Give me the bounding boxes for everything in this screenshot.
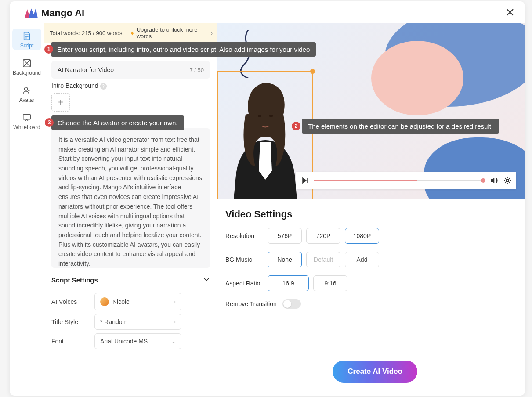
- remove-transition-label: Remove Transition: [225, 300, 282, 307]
- sidebar-item-background[interactable]: Background: [12, 56, 41, 77]
- word-count: Total words: 215 / 900 words: [50, 30, 131, 36]
- resolution-option[interactable]: 1080P: [345, 228, 379, 244]
- help-icon[interactable]: ?: [100, 83, 107, 90]
- logo: Mango AI: [25, 7, 84, 19]
- aspect-option[interactable]: 9:16: [313, 275, 347, 291]
- ai-voice-dropdown[interactable]: Nicole ›: [94, 293, 181, 310]
- ai-voices-row: AI Voices Nicole ›: [51, 293, 210, 310]
- remove-transition-toggle[interactable]: [282, 299, 301, 309]
- background-icon: [22, 58, 32, 69]
- resolution-row: Resolution 576P 720P 1080P: [225, 228, 517, 244]
- sidebar: Script Background Avatar Whiteboard: [10, 23, 44, 393]
- font-dropdown[interactable]: Arial Unicode MS ⌄: [94, 333, 181, 349]
- callout-3: Change the AI avatar or create your own.: [51, 115, 184, 130]
- playback-bar: [296, 172, 516, 189]
- aspect-label: Aspect Ratio: [225, 280, 268, 287]
- sidebar-item-script[interactable]: Script: [12, 29, 41, 50]
- bg-shape: [371, 41, 463, 115]
- intro-counter: 7 / 50: [189, 67, 204, 73]
- sidebar-item-whiteboard[interactable]: Whiteboard: [12, 110, 41, 132]
- svg-point-6: [506, 179, 509, 182]
- left-panel: Total words: 215 / 900 words ♦ Upgrade t…: [44, 23, 217, 393]
- intro-input[interactable]: AI Narrator for Video 7 / 50: [51, 61, 210, 79]
- body: Script Background Avatar Whiteboard Tota…: [10, 23, 525, 393]
- upgrade-text: Upgrade to unlock more words: [137, 26, 212, 40]
- remove-transition-row: Remove Transition: [225, 299, 517, 309]
- bg-music-option[interactable]: Add: [345, 252, 379, 267]
- chevron-down-icon: ⌄: [171, 338, 176, 344]
- video-settings: Video Settings Resolution 576P 720P 1080…: [217, 199, 525, 326]
- chevron-right-icon: ›: [211, 30, 213, 36]
- voice-avatar-icon: [100, 297, 109, 306]
- bg-shape: [424, 137, 525, 199]
- volume-button[interactable]: [490, 176, 499, 185]
- font-row: Font Arial Unicode MS ⌄: [51, 333, 210, 349]
- intro-bg-label: Intro Background?: [51, 82, 210, 90]
- app-modal: Mango AI Script Background Avatar Whiteb…: [10, 1, 525, 396]
- skip-button[interactable]: [300, 176, 310, 185]
- font-label: Font: [51, 338, 87, 345]
- resolution-option[interactable]: 576P: [268, 228, 302, 244]
- callout-badge-3: 3: [45, 118, 54, 127]
- upgrade-banner[interactable]: Total words: 215 / 900 words ♦ Upgrade t…: [44, 23, 217, 43]
- svg-rect-2: [23, 115, 31, 119]
- crown-icon: ♦: [131, 29, 134, 36]
- sidebar-item-label: Background: [13, 70, 41, 76]
- resize-handle[interactable]: [310, 69, 315, 74]
- ai-voices-label: AI Voices: [51, 298, 87, 305]
- settings-button[interactable]: [503, 176, 512, 185]
- toggle-knob: [283, 300, 291, 308]
- chevron-down-icon: [203, 276, 210, 284]
- callout-badge-2: 2: [292, 122, 300, 130]
- video-settings-title: Video Settings: [225, 209, 517, 220]
- aspect-row: Aspect Ratio 16:9 9:16: [225, 275, 517, 291]
- bg-music-option[interactable]: Default: [306, 252, 340, 267]
- seek-handle[interactable]: [481, 178, 485, 183]
- callout-badge-1: 1: [44, 45, 53, 54]
- callout-2: The elements on the editor can be adjust…: [302, 119, 499, 134]
- callout-1: Enter your script, including intro, outr…: [51, 42, 316, 57]
- title-style-dropdown[interactable]: * Random ›: [94, 314, 181, 330]
- script-textarea[interactable]: It is a versatile AI video generator fro…: [51, 128, 210, 268]
- resolution-label: Resolution: [225, 232, 268, 239]
- title-style-label: Title Style: [51, 318, 87, 325]
- seek-track[interactable]: [314, 180, 485, 181]
- sidebar-item-label: Whiteboard: [13, 124, 40, 130]
- intro-value: AI Narrator for Video: [58, 66, 114, 73]
- plus-icon: +: [58, 97, 63, 108]
- script-settings-header[interactable]: Script Settings: [51, 271, 210, 289]
- chevron-right-icon: ›: [174, 299, 176, 305]
- app-name: Mango AI: [41, 7, 84, 19]
- whiteboard-icon: [22, 112, 32, 123]
- sidebar-item-label: Script: [20, 43, 34, 49]
- svg-point-5: [269, 115, 273, 117]
- bg-music-option[interactable]: None: [268, 252, 302, 267]
- resolution-option[interactable]: 720P: [306, 228, 340, 244]
- avatar-icon: [22, 85, 32, 96]
- create-video-button[interactable]: Create AI Video: [333, 361, 417, 383]
- svg-point-1: [25, 87, 28, 90]
- close-icon: [506, 8, 514, 17]
- chevron-right-icon: ›: [174, 319, 176, 325]
- sidebar-item-avatar[interactable]: Avatar: [12, 83, 41, 105]
- svg-point-4: [258, 115, 261, 117]
- panel-body: *Intro AI Narrator for Video 7 / 50 Intr…: [44, 43, 217, 393]
- close-button[interactable]: [506, 8, 514, 18]
- bg-music-label: BG Music: [225, 256, 268, 263]
- bg-music-row: BG Music None Default Add: [225, 252, 517, 267]
- header: Mango AI: [10, 1, 525, 23]
- logo-icon: [25, 8, 38, 18]
- title-style-row: Title Style * Random ›: [51, 314, 210, 330]
- right-panel: Video Settings Resolution 576P 720P 1080…: [217, 23, 525, 393]
- script-icon: [22, 31, 32, 41]
- add-intro-bg-button[interactable]: +: [51, 93, 70, 112]
- aspect-option[interactable]: 16:9: [268, 275, 309, 291]
- sidebar-item-label: Avatar: [19, 97, 34, 103]
